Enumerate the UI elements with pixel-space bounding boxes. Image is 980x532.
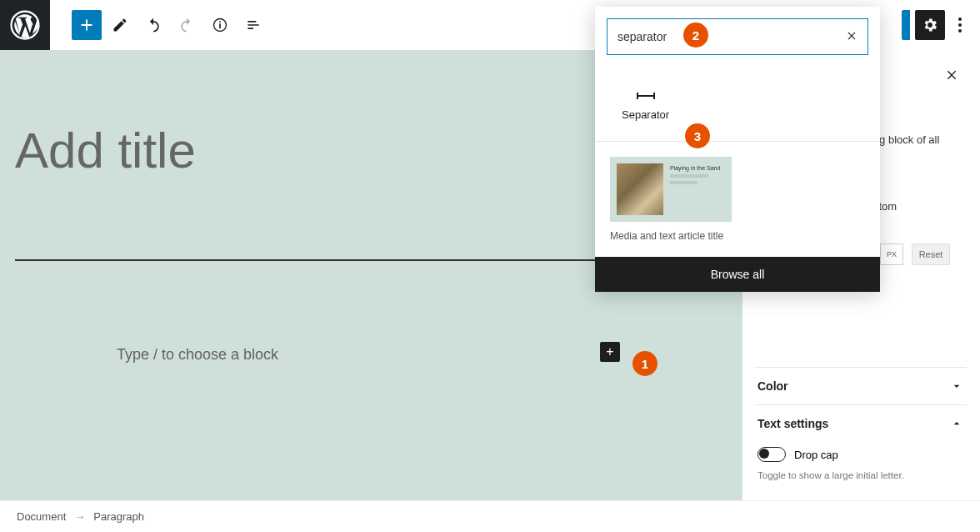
wordpress-icon	[10, 10, 40, 40]
svg-point-6	[958, 29, 962, 33]
add-block-button[interactable]	[72, 10, 102, 40]
redo-button[interactable]	[172, 10, 202, 40]
panel-title: Text settings	[758, 417, 828, 430]
reset-button[interactable]: Reset	[912, 243, 950, 265]
close-sidebar-button[interactable]	[945, 68, 958, 86]
settings-button[interactable]	[915, 10, 945, 40]
color-panel-toggle[interactable]: Color	[754, 367, 967, 404]
block-result-label: Separator	[622, 108, 669, 121]
annotation-badge: 3	[685, 123, 710, 148]
breadcrumb-paragraph[interactable]: Paragraph	[93, 510, 144, 523]
outline-button[interactable]	[238, 10, 268, 40]
kebab-icon	[958, 18, 962, 33]
chevron-up-icon	[950, 417, 963, 430]
annotation-badge: 1	[632, 351, 658, 376]
block-result-separator[interactable]: Separator	[610, 87, 681, 126]
pattern-thumbnail[interactable]: Playing in the Sand	[610, 157, 732, 222]
dropcap-toggle[interactable]	[758, 447, 786, 462]
svg-point-4	[958, 18, 962, 21]
close-icon	[945, 68, 958, 82]
list-icon	[245, 17, 262, 33]
pattern-results: Playing in the Sand Media and text artic…	[595, 141, 880, 257]
dropcap-label: Drop cap	[794, 449, 838, 461]
dropcap-hint: Toggle to show a large initial letter.	[754, 470, 967, 480]
svg-rect-3	[219, 21, 221, 23]
info-icon	[212, 17, 228, 33]
separator-icon	[636, 92, 656, 100]
block-inserter-popover: Separator Playing in the Sand Media and …	[595, 7, 880, 292]
tools-button[interactable]	[105, 10, 135, 40]
browse-all-button[interactable]: Browse all	[595, 257, 880, 292]
sidebar-text-fragment: ing block of all	[871, 133, 939, 146]
inline-add-block-button[interactable]: +	[600, 342, 620, 362]
pencil-icon	[112, 17, 128, 33]
undo-icon	[145, 17, 162, 33]
close-icon	[846, 30, 858, 42]
unit-selector[interactable]: PX	[880, 243, 903, 265]
gear-icon	[922, 17, 938, 33]
info-button[interactable]	[205, 10, 235, 40]
panel-title: Color	[758, 379, 788, 393]
annotation-badge: 2	[683, 23, 708, 48]
paragraph-placeholder[interactable]: Type / to choose a block	[117, 346, 278, 364]
more-options-button[interactable]	[950, 10, 970, 40]
undo-button[interactable]	[138, 10, 168, 40]
pattern-label: Media and text article title	[610, 230, 865, 242]
post-title-input[interactable]: Add title	[15, 122, 196, 179]
breadcrumb-footer: Document → Paragraph	[0, 500, 980, 532]
publish-button-edge[interactable]	[902, 10, 910, 40]
svg-point-5	[958, 23, 962, 27]
pattern-thumb-title: Playing in the Sand	[670, 165, 725, 171]
svg-rect-2	[219, 23, 221, 28]
search-results: Separator	[595, 67, 880, 141]
chevron-down-icon	[950, 379, 963, 393]
clear-search-button[interactable]	[846, 28, 858, 46]
block-search-field[interactable]	[607, 18, 868, 55]
pattern-thumb-image	[617, 163, 663, 215]
wordpress-logo[interactable]	[0, 0, 50, 50]
breadcrumb-document[interactable]: Document	[17, 510, 66, 523]
redo-icon	[178, 17, 195, 33]
text-settings-panel-toggle[interactable]: Text settings	[754, 404, 967, 442]
top-right-tools	[902, 10, 970, 40]
block-search-input[interactable]	[618, 30, 846, 43]
plus-icon	[78, 16, 96, 34]
breadcrumb-separator: →	[74, 510, 85, 523]
